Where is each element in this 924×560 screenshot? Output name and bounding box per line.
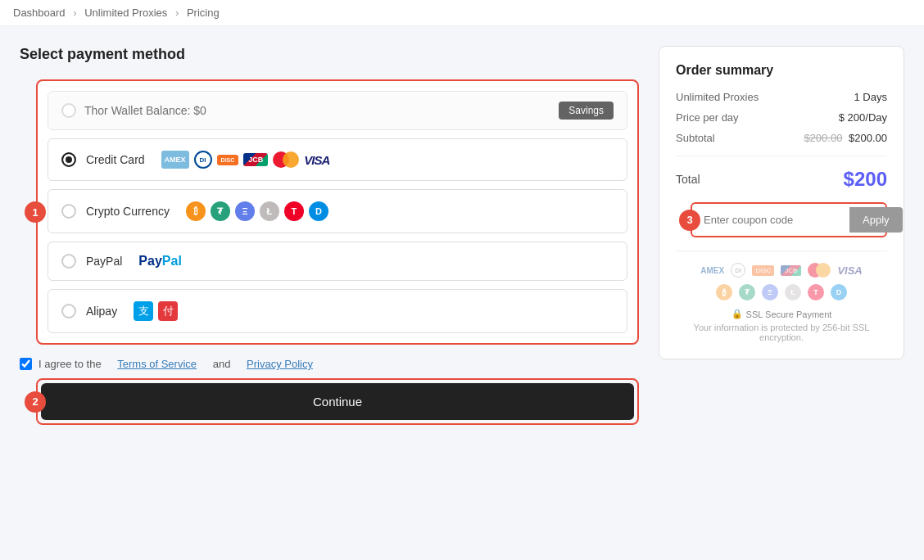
small-jcb-icon: JCB (781, 265, 801, 276)
coupon-wrapper: Apply (691, 202, 887, 237)
summary-row-subtotal: Subtotal $200.00 $200.00 (676, 132, 887, 144)
left-panel: Select payment method 1 Thor Wallet Bala… (20, 46, 639, 560)
small-usdt-icon: ₮ (739, 284, 755, 300)
coupon-input[interactable] (695, 207, 849, 233)
summary-value-product: 1 Days (854, 91, 887, 103)
alipay-icon-red: 付 (158, 301, 178, 321)
coupon-inner: Apply (695, 207, 882, 233)
small-eth-icon: Ξ (762, 284, 778, 300)
discover-icon: DISC (217, 155, 239, 165)
wallet-radio[interactable] (61, 103, 76, 118)
breadcrumb: Dashboard › Unlimited Proxies › Pricing (0, 0, 924, 26)
credit-card-label: Credit Card (86, 153, 145, 166)
small-diners-icon: DI (731, 263, 745, 278)
divider-1 (676, 156, 887, 156)
summary-value-subtotal: $200.00 $200.00 (804, 132, 887, 144)
visa-icon: VISA (304, 153, 329, 167)
paypal-option[interactable]: PayPal PayPal (48, 242, 627, 281)
continue-btn-border: Continue (36, 378, 639, 425)
paypal-logo: PayPal (138, 254, 181, 269)
continue-wrapper: 2 Continue (36, 378, 639, 425)
small-dash-icon: D (831, 284, 847, 300)
crypto-option[interactable]: Crypto Currency ₿ ₮ Ξ Ł T D (48, 189, 627, 233)
usdt-icon: ₮ (211, 201, 230, 221)
small-mc-icon (808, 263, 831, 278)
paypal-icons: PayPal (138, 254, 181, 269)
apply-button[interactable]: Apply (849, 207, 903, 233)
small-trx-icon: T (808, 284, 824, 300)
small-ltc-icon: Ł (785, 284, 801, 300)
crypto-radio[interactable] (61, 204, 76, 219)
summary-row-product: Unlimited Proxies 1 Days (676, 91, 887, 103)
payment-logos-bottom: ₿ ₮ Ξ Ł T D (676, 284, 887, 300)
alipay-radio[interactable] (61, 304, 76, 318)
ssl-desc: Your information is protected by 256-bit… (676, 323, 887, 342)
badge-3: 3 (679, 210, 700, 231)
continue-button[interactable]: Continue (41, 383, 634, 420)
paypal-label: PayPal (86, 255, 122, 268)
terms-checkbox[interactable] (20, 358, 32, 370)
small-btc-icon: ₿ (716, 284, 732, 300)
lock-icon: 🔒 (732, 309, 743, 319)
terms-text: I agree to the (38, 358, 102, 370)
breadcrumb-sep-1: › (73, 7, 76, 19)
crypto-icons: ₿ ₮ Ξ Ł T D (186, 201, 328, 221)
terms-row: I agree to the Terms of Service and Priv… (20, 358, 639, 370)
ethereum-icon: Ξ (235, 201, 255, 221)
breadcrumb-current: Pricing (187, 7, 220, 19)
mastercard-icon (273, 151, 299, 168)
small-visa-icon: VISA (837, 264, 862, 277)
wallet-label: Thor Wallet Balance: $0 (84, 104, 206, 117)
small-amex-icon: AMEX (700, 266, 724, 275)
order-summary-card: Order summary Unlimited Proxies 1 Days P… (659, 46, 904, 359)
right-panel: Order summary Unlimited Proxies 1 Days P… (659, 46, 904, 560)
alipay-option[interactable]: Alipay 支 付 (48, 289, 627, 333)
subtotal-current: $200.00 (849, 132, 887, 144)
small-discover-icon: DISC (752, 265, 774, 276)
crypto-label: Crypto Currency (86, 205, 170, 218)
dash-icon: D (309, 201, 328, 221)
tron-icon: T (284, 201, 304, 221)
total-row: Total $200 (676, 168, 887, 191)
jcb-icon: JCB (243, 153, 268, 166)
total-value: $200 (844, 168, 887, 191)
total-label: Total (676, 173, 700, 186)
payment-container: Thor Wallet Balance: $0 Savings Credit C… (36, 79, 639, 345)
summary-label-product: Unlimited Proxies (676, 91, 759, 103)
alipay-label: Alipay (86, 305, 117, 318)
divider-2 (676, 251, 887, 251)
diners-icon: DI (194, 151, 212, 169)
credit-card-radio[interactable] (61, 152, 76, 167)
summary-label-price: Price per day (676, 111, 739, 124)
alipay-icons: 支 付 (134, 301, 178, 321)
badge-2: 2 (25, 391, 46, 413)
badge-1: 1 (25, 201, 46, 223)
payment-logos-top: AMEX DI DISC JCB VISA (676, 263, 887, 278)
paypal-radio[interactable] (61, 254, 76, 269)
alipay-icon-blue: 支 (134, 301, 153, 321)
subtotal-original: $200.00 (804, 132, 842, 144)
credit-card-icons: AMEX DI DISC JCB (161, 151, 330, 169)
ssl-section: 🔒 SSL Secure Payment Your information is… (676, 309, 887, 342)
privacy-policy-link[interactable]: Privacy Policy (247, 358, 313, 370)
terms-and: and (213, 358, 231, 370)
ssl-label: 🔒 SSL Secure Payment (676, 309, 887, 319)
credit-card-option[interactable]: Credit Card AMEX DI DISC JCB (48, 138, 627, 181)
breadcrumb-dashboard[interactable]: Dashboard (13, 7, 66, 19)
breadcrumb-unlimited-proxies[interactable]: Unlimited Proxies (84, 7, 167, 19)
litecoin-icon: Ł (260, 201, 279, 221)
summary-value-price: $ 200/Day (839, 111, 887, 124)
breadcrumb-sep-2: › (175, 7, 179, 19)
wallet-option[interactable]: Thor Wallet Balance: $0 Savings (48, 91, 627, 130)
bitcoin-icon: ₿ (186, 201, 206, 221)
terms-of-service-link[interactable]: Terms of Service (117, 358, 197, 370)
order-summary-title: Order summary (676, 63, 887, 78)
summary-label-subtotal: Subtotal (676, 132, 715, 144)
summary-row-price: Price per day $ 200/Day (676, 111, 887, 124)
savings-button[interactable]: Savings (559, 102, 614, 120)
page-title: Select payment method (20, 46, 639, 63)
amex-icon: AMEX (161, 151, 189, 169)
